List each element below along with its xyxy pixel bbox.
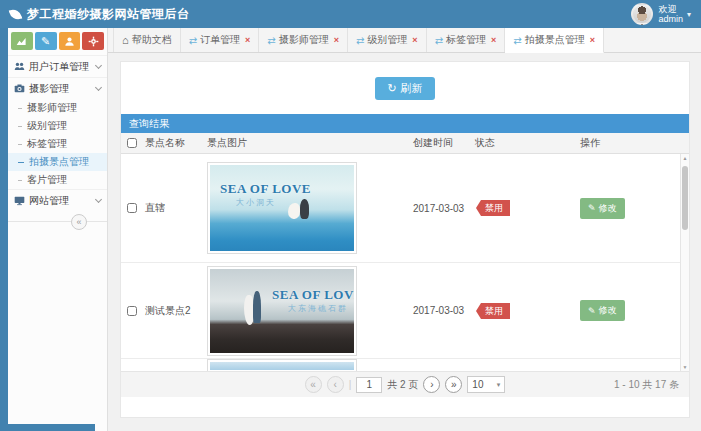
- created-date: 2017-03-03: [413, 305, 475, 316]
- app-title: 梦工程婚纱摄影网站管理后台: [27, 6, 190, 23]
- sidebar-item-tags[interactable]: 标签管理: [8, 135, 107, 153]
- sidebar: ✎ 用户订单管理 摄影管理 摄影师管理 级别管理: [8, 28, 108, 431]
- row-checkbox[interactable]: [127, 203, 137, 213]
- status-badge: 禁用: [481, 200, 510, 216]
- chevron-down-icon: [95, 195, 102, 202]
- col-spot-name: 景点名称: [143, 136, 207, 150]
- welcome-text: 欢迎: [658, 4, 676, 14]
- sidebar-footer-strip: [0, 424, 95, 431]
- scroll-up-icon[interactable]: ▲: [681, 155, 689, 161]
- sidebar-item-label: 摄影管理: [29, 82, 92, 96]
- toolbar: ↻ 刷新: [121, 62, 689, 114]
- bride-figure: [288, 203, 300, 219]
- user-icon[interactable]: [59, 32, 81, 50]
- scroll-down-icon[interactable]: ▼: [681, 364, 689, 370]
- table-row: 测试景点2 SEA OF LOVE 大东海礁石群: [121, 263, 680, 359]
- tab-bar: ⌂ 帮助文档 ⇄ 订单管理 × ⇄ 摄影师管理 × ⇄ 级别管理 × ⇄ 标签管…: [108, 28, 701, 53]
- sidebar-item-user-orders[interactable]: 用户订单管理: [8, 55, 107, 77]
- monitor-icon: [14, 195, 25, 206]
- sidebar-collapse-button[interactable]: «: [71, 214, 87, 230]
- table-row: 直辖 SEA OF LOVE 大小洞天 2017: [121, 154, 680, 263]
- camera-icon: [14, 83, 25, 94]
- table-scrollbar[interactable]: ▲ ▼: [680, 154, 689, 371]
- last-page-button[interactable]: »: [445, 376, 462, 393]
- tab-tags[interactable]: ⇄ 标签管理 ×: [427, 28, 506, 52]
- spot-name: 直辖: [143, 201, 207, 215]
- image-subtitle: 大东海礁石群: [288, 303, 348, 314]
- pagination-bar: « ‹ | 共 2 页 › » 10 ▾ 1 - 10 共 17 条: [121, 371, 689, 397]
- select-caret-icon: ▾: [497, 381, 501, 389]
- username: admin: [658, 14, 683, 24]
- sidebar-item-photography[interactable]: 摄影管理: [8, 77, 107, 99]
- admin-app: 梦工程婚纱摄影网站管理后台 欢迎 admin ▾ ✎ 用户订单管理 摄影: [0, 0, 701, 431]
- tab-refresh-icon: ⇄: [513, 35, 521, 46]
- image-subtitle: 大小洞天: [236, 197, 276, 208]
- close-icon[interactable]: ×: [590, 35, 595, 45]
- select-all-checkbox[interactable]: [127, 138, 137, 148]
- user-avatar[interactable]: [631, 3, 653, 25]
- col-status: 状态: [475, 136, 580, 150]
- sidebar-item-photographers[interactable]: 摄影师管理: [8, 99, 107, 117]
- user-menu[interactable]: 欢迎 admin: [658, 4, 683, 24]
- main-content: ⌂ 帮助文档 ⇄ 订单管理 × ⇄ 摄影师管理 × ⇄ 级别管理 × ⇄ 标签管…: [108, 28, 701, 431]
- sidebar-item-customer-photos[interactable]: 客片管理: [8, 171, 107, 189]
- tab-refresh-icon: ⇄: [267, 35, 275, 46]
- tab-refresh-icon: ⇄: [356, 35, 364, 46]
- close-icon[interactable]: ×: [412, 35, 417, 45]
- top-header-bar: 梦工程婚纱摄影网站管理后台 欢迎 admin ▾: [0, 0, 701, 28]
- page-size-select[interactable]: 10 ▾: [467, 376, 505, 393]
- col-actions: 操作: [580, 136, 689, 150]
- sidebar-item-shooting-spots[interactable]: 拍摄景点管理: [8, 153, 107, 171]
- close-icon[interactable]: ×: [334, 35, 339, 45]
- prev-page-button[interactable]: ‹: [327, 376, 344, 393]
- sidebar-item-levels[interactable]: 级别管理: [8, 117, 107, 135]
- sidebar-item-website[interactable]: 网站管理: [8, 189, 107, 211]
- first-page-button[interactable]: «: [305, 376, 322, 393]
- leaf-logo-icon: [9, 7, 22, 20]
- tab-shooting-spots[interactable]: ⇄ 拍摄景点管理 ×: [505, 28, 604, 53]
- photography-submenu: 摄影师管理 级别管理 标签管理 拍摄景点管理 客片管理: [8, 99, 107, 189]
- sidebar-item-label: 用户订单管理: [29, 60, 92, 74]
- tab-help-docs[interactable]: ⌂ 帮助文档: [113, 28, 181, 52]
- refresh-button[interactable]: ↻ 刷新: [375, 77, 434, 100]
- row-checkbox[interactable]: [127, 306, 137, 316]
- chart-icon[interactable]: [11, 32, 33, 50]
- edit-icon: ✎: [588, 203, 596, 213]
- sidebar-item-label: 网站管理: [29, 194, 92, 208]
- pencil-icon[interactable]: ✎: [35, 32, 57, 50]
- groom-figure: [300, 199, 309, 219]
- status-badge: 禁用: [481, 303, 510, 319]
- edit-button[interactable]: ✎ 修改: [580, 198, 625, 219]
- tab-refresh-icon: ⇄: [435, 35, 443, 46]
- spot-image: SEA OF LOVE 大小洞天: [207, 162, 357, 254]
- sidebar-divider: «: [8, 221, 107, 222]
- tab-refresh-icon: ⇄: [189, 35, 197, 46]
- col-created: 创建时间: [413, 136, 475, 150]
- chevron-down-icon: [95, 61, 102, 68]
- tab-photographers[interactable]: ⇄ 摄影师管理 ×: [259, 28, 348, 52]
- tab-orders[interactable]: ⇄ 订单管理 ×: [181, 28, 260, 52]
- user-caret-icon[interactable]: ▾: [687, 10, 691, 19]
- spot-image: SEA OF LOVE 大东海礁石群: [207, 266, 357, 356]
- left-accent-strip: [0, 28, 8, 431]
- close-icon[interactable]: ×: [245, 35, 250, 45]
- tab-levels[interactable]: ⇄ 级别管理 ×: [348, 28, 427, 52]
- close-icon[interactable]: ×: [491, 35, 496, 45]
- quick-buttons: ✎: [8, 28, 107, 55]
- total-pages-label: 共 2 页: [387, 378, 418, 392]
- groom-figure: [253, 291, 261, 323]
- edit-button[interactable]: ✎ 修改: [580, 300, 625, 321]
- page-number-input[interactable]: [356, 377, 382, 393]
- results-panel: ↻ 刷新 查询结果 景点名称 景点图片 创建时间 状态 操作 直辖: [120, 61, 690, 418]
- home-icon: ⌂: [122, 34, 129, 46]
- created-date: 2017-03-03: [413, 203, 475, 214]
- scrollbar-thumb[interactable]: [682, 166, 688, 230]
- col-spot-image: 景点图片: [207, 136, 413, 150]
- table-body: 直辖 SEA OF LOVE 大小洞天 2017: [121, 154, 689, 371]
- table-row-partial: [121, 359, 680, 371]
- gear-icon[interactable]: [82, 32, 104, 50]
- image-title: SEA OF LOVE: [220, 181, 311, 197]
- next-page-button[interactable]: ›: [423, 376, 440, 393]
- spot-image: [207, 359, 357, 371]
- edit-icon: ✎: [588, 306, 596, 316]
